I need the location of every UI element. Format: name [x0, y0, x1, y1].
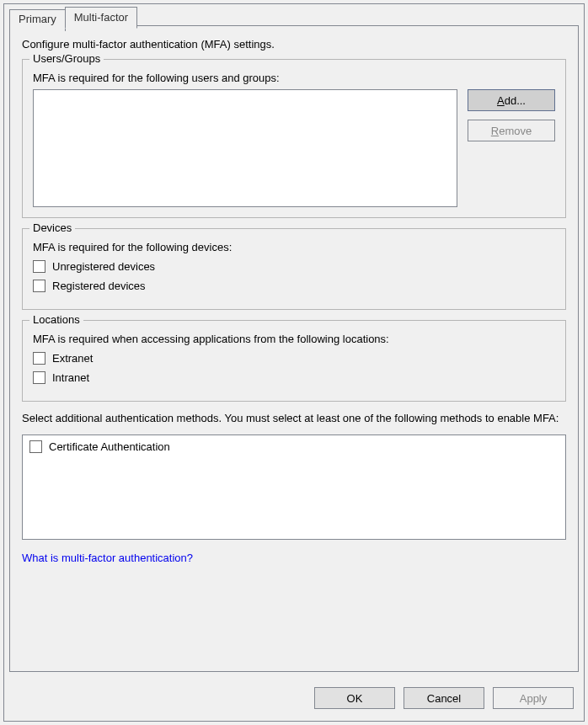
users-groups-listbox[interactable]	[33, 89, 457, 207]
extranet-label: Extranet	[52, 352, 93, 365]
remove-button: Remove	[468, 120, 555, 141]
devices-group: Devices MFA is required for the followin…	[22, 228, 566, 310]
dialog-footer: OK Cancel Apply	[314, 687, 574, 709]
users-groups-label: MFA is required for the following users …	[33, 72, 555, 84]
cert-auth-label: Certificate Authentication	[49, 440, 170, 453]
tab-primary[interactable]: Primary	[9, 9, 66, 31]
remove-button-rest: emove	[499, 125, 532, 137]
intranet-checkbox[interactable]	[33, 371, 45, 384]
cancel-button[interactable]: Cancel	[404, 687, 484, 709]
intranet-row[interactable]: Intranet	[33, 371, 555, 384]
add-button-mnemonic: A	[497, 94, 505, 107]
cert-auth-checkbox[interactable]	[29, 440, 42, 453]
unregistered-devices-row[interactable]: Unregistered devices	[33, 260, 555, 273]
unregistered-devices-checkbox[interactable]	[33, 260, 45, 273]
devices-label: MFA is required for the following device…	[33, 241, 555, 253]
registered-devices-row[interactable]: Registered devices	[33, 280, 555, 292]
unregistered-devices-label: Unregistered devices	[52, 260, 155, 273]
tab-multifactor[interactable]: Multi-factor	[65, 7, 137, 29]
cert-auth-row[interactable]: Certificate Authentication	[29, 440, 559, 453]
locations-legend: Locations	[29, 313, 83, 326]
users-groups-button-column: Add... Remove	[468, 89, 555, 141]
registered-devices-checkbox[interactable]	[33, 280, 45, 292]
users-groups-group: Users/Groups MFA is required for the fol…	[22, 59, 566, 218]
locations-group: Locations MFA is required when accessing…	[22, 320, 566, 402]
add-button-rest: dd...	[505, 94, 526, 107]
remove-button-mnemonic: R	[491, 125, 499, 137]
intro-text: Configure multi-factor authentication (M…	[22, 38, 566, 51]
locations-label: MFA is required when accessing applicati…	[33, 333, 555, 345]
registered-devices-label: Registered devices	[52, 280, 146, 292]
users-groups-legend: Users/Groups	[29, 52, 104, 65]
intranet-label: Intranet	[52, 371, 89, 384]
devices-legend: Devices	[29, 221, 75, 234]
mfa-settings-dialog: Primary Multi-factor Configure multi-fac…	[3, 3, 585, 722]
mfa-help-link[interactable]: What is multi-factor authentication?	[22, 552, 193, 564]
methods-paragraph: Select additional authentication methods…	[22, 412, 566, 426]
auth-methods-listbox[interactable]: Certificate Authentication	[22, 434, 566, 540]
tabstrip: Primary Multi-factor	[9, 7, 136, 29]
extranet-checkbox[interactable]	[33, 352, 45, 365]
ok-button[interactable]: OK	[314, 687, 395, 709]
add-button[interactable]: Add...	[468, 89, 555, 111]
apply-button: Apply	[493, 687, 574, 709]
multifactor-panel: Configure multi-factor authentication (M…	[9, 25, 579, 672]
extranet-row[interactable]: Extranet	[33, 352, 555, 365]
